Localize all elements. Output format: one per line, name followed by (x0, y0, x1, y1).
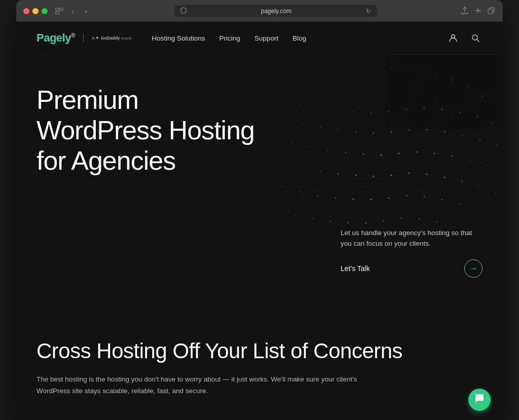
svg-point-86 (493, 215, 494, 216)
svg-line-104 (376, 56, 391, 156)
svg-point-24 (406, 109, 407, 110)
url-text: pagely.com (190, 8, 363, 15)
browser-window: ‹ › pagely.com ↻ (16, 0, 503, 420)
svg-point-37 (391, 131, 392, 133)
account-icon[interactable] (446, 31, 460, 45)
logo-divider (83, 33, 84, 43)
svg-point-57 (487, 165, 489, 166)
logo-text: Pagely® (36, 31, 75, 45)
nav-right-actions (446, 31, 483, 45)
hero-content: Premium WordPress Hosting for Agencies (36, 85, 300, 176)
svg-point-56 (469, 160, 471, 161)
svg-point-39 (426, 129, 428, 131)
nav-hosting-solutions[interactable]: Hosting Solutions (152, 34, 205, 42)
browser-chrome: ‹ › pagely.com ↻ (16, 0, 503, 22)
svg-point-53 (416, 151, 417, 152)
svg-rect-0 (56, 8, 59, 11)
svg-rect-2 (56, 12, 59, 14)
reload-icon[interactable]: ↻ (366, 8, 371, 15)
browser-nav-controls: ‹ › (54, 6, 91, 16)
svg-point-41 (462, 135, 463, 137)
svg-point-87 (259, 200, 260, 201)
svg-point-17 (315, 94, 316, 95)
duplicate-button[interactable] (487, 6, 496, 17)
svg-point-75 (300, 191, 301, 193)
svg-point-90 (312, 218, 314, 220)
site-logo: Pagely® A ✦ GoDaddy brand (36, 31, 132, 45)
svg-point-43 (496, 144, 498, 146)
navigation: Pagely® A ✦ GoDaddy brand Hosting Soluti… (16, 22, 503, 55)
svg-point-66 (390, 174, 392, 176)
svg-point-15 (467, 87, 468, 88)
hero-title-line2: WordPress Hosting (36, 116, 254, 145)
cta-lets-talk-link[interactable]: Let's Talk (341, 264, 370, 273)
svg-line-107 (376, 90, 498, 156)
svg-point-49 (345, 152, 347, 154)
svg-point-16 (482, 96, 484, 97)
svg-point-5 (472, 35, 477, 40)
svg-rect-1 (60, 8, 63, 11)
svg-point-8 (406, 65, 407, 66)
svg-point-35 (355, 131, 357, 133)
svg-point-9 (360, 72, 361, 73)
svg-line-102 (310, 65, 376, 156)
svg-point-94 (383, 220, 384, 221)
svg-point-85 (477, 209, 478, 210)
svg-point-38 (409, 129, 410, 131)
bottom-subtitle: The best hosting is the hosting you don'… (36, 374, 381, 397)
back-button[interactable]: ‹ (68, 6, 78, 16)
svg-point-97 (436, 221, 438, 223)
svg-point-88 (277, 209, 278, 210)
close-button[interactable] (23, 8, 29, 14)
svg-point-11 (436, 73, 437, 74)
svg-point-95 (401, 217, 402, 219)
svg-point-81 (405, 195, 407, 196)
svg-point-83 (441, 199, 443, 201)
traffic-lights (23, 8, 48, 14)
hero-cta: Let us handle your agency's hosting so t… (341, 227, 483, 278)
svg-point-29 (492, 123, 494, 124)
new-tab-button[interactable] (473, 6, 483, 17)
nav-support[interactable]: Support (254, 34, 278, 42)
hero-title-line1: Premium (36, 85, 138, 114)
window-icon (54, 6, 65, 16)
cta-arrow-button[interactable]: → (464, 259, 483, 278)
svg-point-27 (459, 112, 461, 114)
hero-title: Premium WordPress Hosting for Agencies (36, 85, 300, 176)
share-button[interactable] (460, 6, 469, 17)
svg-point-65 (373, 175, 375, 177)
svg-point-79 (370, 199, 372, 201)
svg-point-26 (441, 109, 443, 110)
svg-point-91 (330, 221, 331, 222)
svg-point-67 (408, 172, 410, 174)
svg-point-82 (423, 196, 425, 197)
svg-point-14 (330, 85, 331, 86)
chat-button[interactable] (468, 389, 491, 411)
address-bar[interactable]: pagely.com ↻ (174, 5, 377, 17)
address-bar-container: pagely.com ↻ (97, 5, 454, 17)
maximize-button[interactable] (42, 8, 48, 14)
chat-icon (474, 393, 485, 406)
website-content: Pagely® A ✦ GoDaddy brand Hosting Soluti… (16, 22, 503, 420)
svg-point-54 (433, 152, 435, 154)
svg-point-12 (452, 80, 453, 81)
svg-point-78 (352, 198, 354, 200)
svg-point-21 (353, 111, 354, 112)
svg-point-64 (355, 174, 356, 176)
hero-title-line3: for Agencies (36, 146, 175, 175)
cta-row: Let's Talk → (341, 259, 483, 278)
svg-point-10 (421, 68, 422, 69)
minimize-button[interactable] (32, 8, 39, 14)
forward-button[interactable]: › (81, 6, 91, 16)
search-icon[interactable] (468, 31, 483, 45)
hero-section: Premium WordPress Hosting for Agencies L… (16, 55, 503, 318)
nav-pricing[interactable]: Pricing (219, 34, 240, 42)
browser-actions (460, 6, 496, 17)
arrow-right-icon: → (469, 264, 477, 273)
nav-blog[interactable]: Blog (292, 34, 306, 42)
svg-point-20 (335, 109, 337, 110)
svg-point-6 (376, 69, 377, 70)
svg-line-103 (351, 57, 376, 156)
svg-point-93 (365, 222, 366, 223)
svg-point-34 (338, 129, 339, 131)
